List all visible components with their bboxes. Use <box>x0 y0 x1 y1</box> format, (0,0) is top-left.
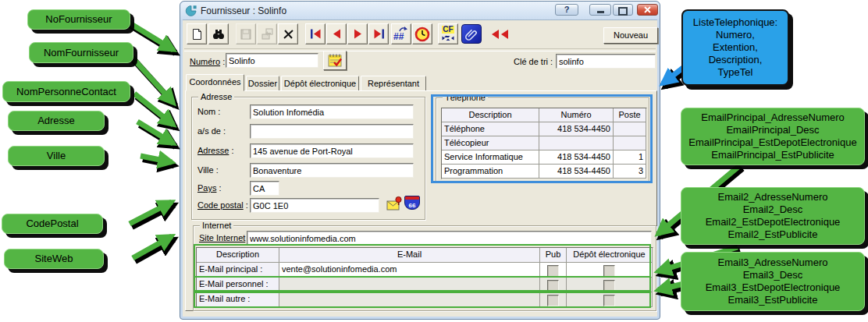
next-record-button[interactable] <box>347 23 368 44</box>
toolbar-separator <box>184 48 656 51</box>
depot-checkbox-cell <box>567 263 653 278</box>
code-postal-label: Code postal : <box>197 200 248 210</box>
tab-label: Dossier <box>248 79 277 88</box>
nouveau-button[interactable]: Nouveau <box>603 27 658 44</box>
email-row-label[interactable]: E-Mail autre : <box>197 292 279 307</box>
callout-listetelephonique: ListeTelephonique: Numero, Extention, De… <box>681 9 789 86</box>
phone-cell[interactable]: Programmation <box>442 165 539 179</box>
depot-checkbox[interactable] <box>603 295 615 306</box>
first-record-button[interactable] <box>305 23 326 44</box>
renumber-icon: ## <box>393 31 404 42</box>
phone-cell[interactable]: 3 <box>614 165 646 179</box>
client-area: ## CF Nouveau Numéro : <box>183 19 657 317</box>
site-internet-input[interactable] <box>247 231 652 246</box>
tab-depot-electronique[interactable]: Dépôt électronique <box>281 76 359 91</box>
column-header[interactable]: Numéro <box>539 108 614 122</box>
titlebar[interactable]: Fournisseur : Solinfo ? <box>180 2 660 19</box>
maximize-button[interactable] <box>613 4 633 16</box>
phone-cell[interactable]: Télécopieur <box>442 136 539 150</box>
pub-checkbox[interactable] <box>547 265 559 277</box>
pays-input[interactable] <box>250 181 279 196</box>
help-button[interactable]: ? <box>555 4 578 16</box>
previous-record-button[interactable] <box>326 23 347 44</box>
phone-cell[interactable] <box>539 136 614 150</box>
email-row-label[interactable]: E-Mail personnel : <box>197 278 279 292</box>
numero-input[interactable] <box>226 53 318 68</box>
phone-cell[interactable]: Téléphone <box>442 122 539 136</box>
callout-line: Email3_Desc <box>743 269 803 281</box>
code-postal-input[interactable] <box>250 198 379 213</box>
callout-label: NomFournisseur <box>44 47 119 59</box>
attachments-button[interactable] <box>461 23 482 44</box>
depot-checkbox[interactable] <box>603 265 615 277</box>
cf-arrows-icon <box>442 35 454 41</box>
history-button[interactable] <box>412 23 432 44</box>
email-row-label[interactable]: E-Mail principal : <box>197 263 279 278</box>
email-cell[interactable]: vente@solutioninfomedia.com <box>279 263 540 278</box>
tab-coordonnees[interactable]: Coordonnées <box>186 74 244 91</box>
save-button[interactable] <box>236 23 256 44</box>
nouveau-label: Nouveau <box>614 30 648 40</box>
tab-dossier[interactable]: Dossier <box>246 76 279 91</box>
phone-cell[interactable]: 418 534-4450 <box>539 165 614 179</box>
phone-cell[interactable]: Service Informatique <box>442 150 539 165</box>
fournisseur-window: Fournisseur : Solinfo ? <box>180 1 660 320</box>
column-header[interactable]: E-Mail <box>279 248 540 263</box>
notepad-check-icon <box>327 52 343 67</box>
column-header[interactable]: Description <box>197 248 279 263</box>
callout-email2: Email2_AdresseNumero Email2_Desc Email2_… <box>681 187 865 245</box>
ville-input[interactable] <box>250 163 414 178</box>
last-record-button[interactable] <box>368 23 389 44</box>
cle-de-tri-input[interactable] <box>556 54 656 69</box>
pub-checkbox[interactable] <box>547 295 559 306</box>
column-header[interactable]: Pub <box>540 248 567 263</box>
map-mail-button[interactable] <box>386 196 403 211</box>
as-de-input[interactable] <box>250 124 414 139</box>
close-button[interactable] <box>637 4 658 16</box>
coordonnees-panel: Adresse Nom : a/s de : Adresse : Ville :… <box>185 90 657 311</box>
callout-line: Email2_EstPublicite <box>728 228 818 241</box>
back-button[interactable] <box>488 23 513 44</box>
route-button[interactable]: 66 <box>404 196 421 211</box>
supplier-list-button[interactable] <box>323 51 347 70</box>
nom-input[interactable] <box>250 104 414 119</box>
revert-icon <box>261 28 273 40</box>
phone-cell[interactable]: 418 534-4450 <box>539 122 614 136</box>
callout-line: Email3_EstDepotElectronique <box>706 281 841 294</box>
callout-label: NomPersonneContact <box>16 86 116 98</box>
telephone-groupbox: Téléphone Description Numéro Poste Télép… <box>436 97 649 182</box>
phone-cell[interactable] <box>614 136 646 150</box>
pub-checkbox[interactable] <box>547 280 559 292</box>
email-cell[interactable] <box>279 278 540 292</box>
column-header[interactable]: Dépôt électronique <box>567 248 653 263</box>
close-icon <box>644 6 651 13</box>
column-header[interactable]: Poste <box>614 108 646 122</box>
callout-nofournisseur: NoFournisseur <box>27 9 130 30</box>
callout-line: Extention, <box>713 41 758 54</box>
callout-line: EmailPrincipal_Desc <box>726 124 819 136</box>
column-header[interactable]: Description <box>442 108 539 122</box>
revert-button[interactable] <box>257 23 277 44</box>
adresse-input[interactable] <box>250 143 414 158</box>
phone-cell[interactable] <box>614 122 646 136</box>
new-record-button[interactable] <box>187 23 207 44</box>
callout-line: Email3_AdresseNumero <box>718 257 828 269</box>
depot-checkbox[interactable] <box>603 280 615 292</box>
delete-button[interactable] <box>278 23 298 44</box>
phone-cell[interactable]: 1 <box>614 150 646 165</box>
email-cell[interactable] <box>279 292 540 307</box>
renumber-button[interactable]: ## <box>391 23 411 44</box>
route66-shield-icon: 66 <box>404 196 420 210</box>
minimize-icon <box>597 11 604 13</box>
delete-x-icon <box>283 29 294 40</box>
tab-representant[interactable]: Représentant <box>361 76 426 91</box>
callout-codepostal: CodePostal <box>2 214 103 234</box>
cf-navigator-button[interactable]: CF <box>438 23 458 44</box>
minimize-button[interactable] <box>589 4 611 16</box>
envelope-pin-icon <box>386 196 403 211</box>
find-button[interactable] <box>208 23 229 44</box>
callout-label: Adresse <box>37 115 75 127</box>
ville-label: Ville : <box>197 165 219 175</box>
phone-cell[interactable]: 418 534-4450 <box>539 150 614 165</box>
maximize-icon <box>618 7 628 16</box>
